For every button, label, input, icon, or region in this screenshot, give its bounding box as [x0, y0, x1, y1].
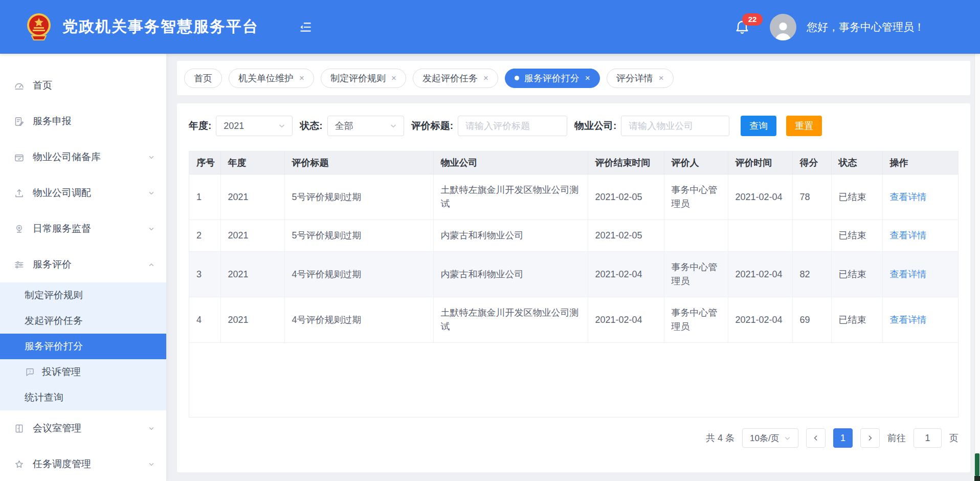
table-row: 220215号评价规则过期内蒙古和利物业公司2021-02-05已结束查看详情 [189, 220, 958, 252]
view-details-link[interactable]: 查看详情 [890, 315, 927, 325]
table-cell-action: 查看详情 [882, 220, 958, 252]
view-details-link[interactable]: 查看详情 [890, 230, 927, 240]
eval-title-input[interactable] [458, 116, 567, 136]
table-cell [728, 220, 792, 252]
table-cell: 土默特左旗金川开发区物业公司测试 [433, 174, 588, 220]
table-cell: 2021-02-04 [728, 174, 792, 220]
sidebar-item-物业公司调配[interactable]: 物业公司调配 [0, 175, 166, 211]
prev-page-button[interactable] [806, 428, 826, 448]
chevron-left-icon [812, 434, 820, 442]
status-select[interactable]: 全部 [327, 116, 404, 136]
next-page-button[interactable] [860, 428, 880, 448]
sidebar-subitem-label: 服务评价打分 [25, 340, 83, 353]
sidebar-item-任务调度管理[interactable]: 任务调度管理 [0, 446, 166, 481]
table-cell: 69 [792, 297, 831, 343]
sidebar-subitem-投诉管理[interactable]: ?投诉管理 [0, 359, 166, 385]
tab-机关单位维护[interactable]: 机关单位维护× [229, 69, 314, 88]
table-cell: 2021 [220, 297, 284, 343]
table-cell: 1 [189, 174, 220, 220]
filter-bar: 年度: 2021 状态: 全部 评价标题: 物业公司: 查询 重置 [189, 116, 959, 136]
tab-label: 发起评价任务 [422, 72, 478, 84]
search-button[interactable]: 查询 [741, 116, 776, 136]
table-cell: 土默特左旗金川开发区物业公司测试 [433, 297, 588, 343]
table-cell: 事务中心管理员 [664, 174, 728, 220]
goto-page-input[interactable] [914, 428, 942, 448]
close-icon[interactable]: × [391, 74, 396, 82]
table-row: 420214号评价规则过期土默特左旗金川开发区物业公司测试2021-02-04事… [189, 297, 958, 343]
table-cell: 2021-02-05 [588, 174, 664, 220]
year-select[interactable]: 2021 [216, 116, 293, 136]
view-details-link[interactable]: 查看详情 [890, 269, 927, 279]
chevron-down-icon [278, 122, 286, 130]
sidebar-item-物业公司储备库[interactable]: 物业公司储备库 [0, 139, 166, 175]
form-icon [13, 116, 25, 127]
table-cell [792, 220, 831, 252]
close-icon[interactable]: × [299, 74, 304, 82]
table-cell: 2021-02-04 [588, 297, 664, 343]
sidebar-subitem-label: 统计查询 [25, 391, 63, 404]
sidebar-subitem-label: 投诉管理 [42, 365, 81, 379]
company-input[interactable] [621, 116, 729, 136]
sidebar-subitem-发起评价任务[interactable]: 发起评价任务 [0, 308, 166, 334]
scrollbar-thumb[interactable] [975, 453, 979, 476]
table-cell: 2021-02-04 [588, 252, 664, 297]
column-header-状态: 状态 [831, 151, 882, 174]
tab-首页[interactable]: 首页 [184, 69, 222, 88]
table-cell: 78 [792, 174, 831, 220]
tab-label: 制定评价规则 [330, 72, 386, 84]
eval-title-label: 评价标题: [411, 119, 453, 133]
column-header-操作: 操作 [882, 151, 958, 174]
tab-制定评价规则[interactable]: 制定评价规则× [321, 69, 406, 88]
national-emblem-logo [27, 13, 51, 41]
reset-button[interactable]: 重置 [786, 116, 822, 136]
page-size-select[interactable]: 10条/页 [742, 428, 798, 448]
page-number-button[interactable]: 1 [833, 428, 853, 448]
close-icon[interactable]: × [585, 74, 590, 82]
tab-评分详情[interactable]: 评分详情× [607, 69, 674, 88]
sidebar-item-日常服务监督[interactable]: 日常服务监督 [0, 211, 166, 247]
column-header-物业公司: 物业公司 [433, 151, 588, 174]
sidebar-subitem-制定评价规则[interactable]: 制定评价规则 [0, 282, 166, 308]
view-details-link[interactable]: 查看详情 [890, 192, 927, 202]
table-cell: 已结束 [831, 220, 882, 252]
table-cell: 已结束 [831, 174, 882, 220]
year-label: 年度: [189, 119, 211, 133]
chevron-down-icon [148, 154, 155, 161]
archive-icon [13, 151, 25, 163]
user-avatar[interactable] [770, 14, 796, 40]
table-cell: 2021-02-05 [588, 220, 664, 252]
table-cell: 3 [189, 252, 220, 297]
content-panel: 年度: 2021 状态: 全部 评价标题: 物业公司: 查询 重置 序号年 [177, 103, 970, 472]
close-icon[interactable]: × [659, 74, 664, 82]
sidebar-item-服务评价[interactable]: 服务评价 [0, 247, 166, 282]
table-cell: 2021 [220, 174, 284, 220]
dashboard-icon [13, 80, 25, 91]
sidebar-item-label: 物业公司调配 [33, 186, 91, 200]
sidebar: 首页服务申报物业公司储备库物业公司调配日常服务监督服务评价制定评价规则发起评价任… [0, 54, 166, 481]
page-size-value: 10条/页 [750, 432, 779, 444]
table-cell: 2021 [220, 220, 284, 252]
chevron-right-icon [866, 434, 874, 442]
sidebar-subitem-统计查询[interactable]: 统计查询 [0, 385, 166, 410]
task-icon [13, 458, 25, 470]
menu-fold-icon[interactable] [298, 19, 313, 35]
vertical-scrollbar[interactable] [974, 0, 980, 481]
notification-badge: 22 [742, 13, 763, 26]
sidebar-item-label: 会议室管理 [33, 422, 81, 435]
sidebar-item-服务申报[interactable]: 服务申报 [0, 103, 166, 139]
sidebar-subitem-服务评价打分[interactable]: 服务评价打分 [0, 334, 166, 359]
table-cell: 2021 [220, 252, 284, 297]
tab-发起评价任务[interactable]: 发起评价任务× [413, 69, 498, 88]
tab-label: 评分详情 [616, 72, 653, 84]
notification-bell[interactable]: 22 [734, 17, 751, 37]
table-cell: 2021-02-04 [728, 252, 792, 297]
column-header-序号: 序号 [189, 151, 220, 174]
close-icon[interactable]: × [483, 74, 488, 82]
tab-服务评价打分[interactable]: 服务评价打分× [505, 69, 600, 88]
sidebar-item-会议室管理[interactable]: 会议室管理 [0, 410, 166, 446]
svg-text:?: ? [29, 369, 31, 374]
tab-bar: 首页机关单位维护×制定评价规则×发起评价任务×服务评价打分×评分详情× [177, 61, 970, 95]
chevron-down-icon [148, 425, 155, 432]
sidebar-item-首页[interactable]: 首页 [0, 68, 166, 103]
monitor-icon [13, 223, 25, 234]
